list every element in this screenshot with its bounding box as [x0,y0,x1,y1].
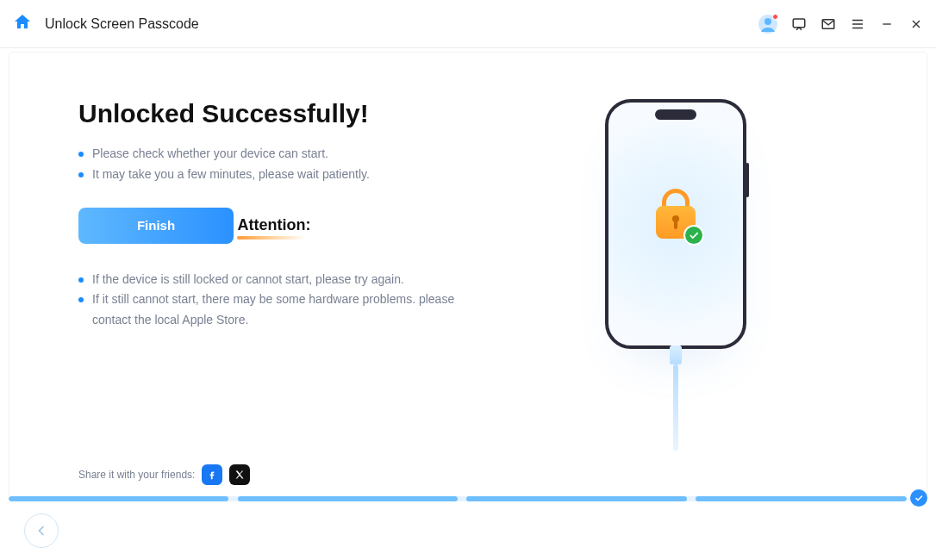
attention-heading: Attention: [237,216,310,238]
share-label: Share it with your friends: [78,469,195,481]
account-avatar[interactable] [758,15,777,34]
attention-bullet: If the device is still locked or cannot … [78,270,477,290]
home-icon[interactable] [12,12,33,36]
x-share-button[interactable] [229,464,250,485]
close-button[interactable] [908,16,924,32]
mail-icon[interactable] [821,16,836,32]
info-bullet: Please check whether your device can sta… [78,144,477,165]
finish-button[interactable]: Finish [78,208,234,244]
attention-bullet: If it still cannot start, there may be s… [78,289,477,331]
check-icon [683,225,704,246]
menu-icon[interactable] [850,16,865,32]
info-bullet: It may take you a few minutes, please wa… [78,165,477,185]
minimize-button[interactable] [879,16,895,32]
page-title: Unlock Screen Passcode [45,16,199,32]
facebook-share-button[interactable] [202,464,222,485]
svg-rect-2 [793,19,805,28]
progress-complete-icon [910,489,927,507]
progress-bar [9,496,907,501]
back-button[interactable] [24,513,59,548]
svg-point-1 [764,18,771,25]
success-heading: Unlocked Successfully! [78,99,477,128]
phone-illustration [605,99,746,349]
chat-icon[interactable] [791,16,807,32]
notification-dot [772,14,778,20]
